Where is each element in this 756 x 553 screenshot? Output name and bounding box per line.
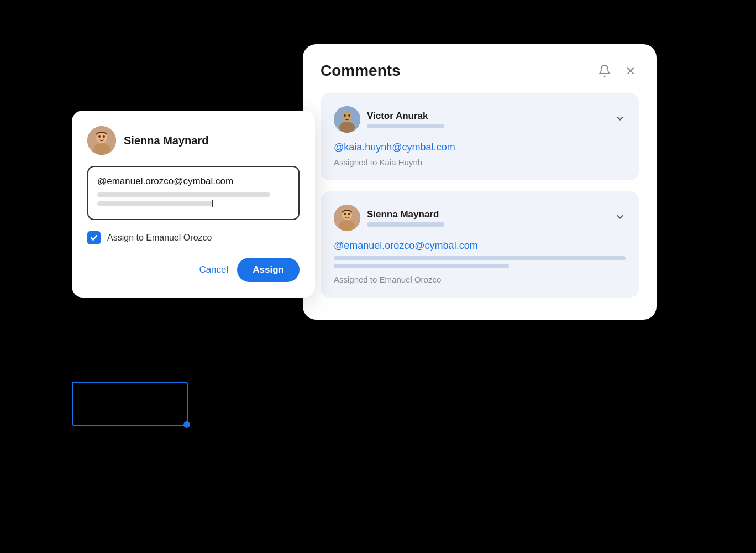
selection-rectangle bbox=[72, 382, 188, 426]
svg-point-16 bbox=[103, 135, 105, 138]
svg-point-15 bbox=[98, 135, 101, 138]
svg-point-3 bbox=[342, 112, 352, 122]
sienna-email-mention: @emanuel.orozco@cymbal.com bbox=[334, 240, 626, 252]
assign-button[interactable]: Assign bbox=[237, 258, 300, 282]
victor-assigned-text: Assigned to Kaia Huynh bbox=[334, 158, 626, 167]
dialog-username: Sienna Maynard bbox=[124, 134, 208, 147]
victor-time-bar bbox=[367, 124, 444, 128]
close-icon bbox=[624, 65, 637, 77]
comment-sienna-row: Sienna Maynard bbox=[334, 205, 626, 231]
comment-card-sienna: Sienna Maynard @emanuel.orozco@cymbal.co… bbox=[321, 191, 639, 298]
svg-point-4 bbox=[339, 122, 355, 133]
comments-header-icons bbox=[596, 62, 639, 80]
sienna-assigned-text: Assigned to Emanuel Orozco bbox=[334, 275, 626, 284]
comment-card-victor: Victor Anurak @kaia.huynh@cymbal.com Ass… bbox=[321, 93, 639, 180]
svg-point-5 bbox=[344, 114, 346, 117]
avatar-victor bbox=[334, 106, 360, 133]
avatar-victor-image bbox=[334, 106, 360, 133]
sienna-time-bar bbox=[367, 222, 444, 227]
comment-user-row: Victor Anurak bbox=[334, 106, 626, 133]
assign-checkbox[interactable] bbox=[87, 231, 101, 244]
avatar-sienna-dialog-image bbox=[87, 126, 116, 155]
dialog-checkbox-row: Assign to Emanuel Orozco bbox=[87, 231, 300, 244]
dialog-input-box[interactable]: @emanuel.orozco@cymbal.com bbox=[87, 166, 300, 220]
selection-handle[interactable] bbox=[183, 421, 190, 428]
chevron-down-icon-victor[interactable] bbox=[615, 113, 626, 127]
svg-point-9 bbox=[339, 220, 355, 231]
svg-point-14 bbox=[93, 143, 110, 155]
victor-username: Victor Anurak bbox=[367, 111, 608, 122]
svg-point-11 bbox=[348, 213, 350, 215]
comments-title: Comments bbox=[321, 62, 401, 80]
sienna-content-bars bbox=[334, 256, 626, 268]
assign-dialog: Sienna Maynard @emanuel.orozco@cymbal.co… bbox=[72, 111, 315, 298]
dialog-input-bar2 bbox=[97, 201, 213, 206]
avatar-sienna-dialog bbox=[87, 126, 116, 155]
svg-point-6 bbox=[348, 114, 350, 117]
comments-panel: Comments bbox=[303, 44, 657, 320]
victor-email-mention: @kaia.huynh@cymbal.com bbox=[334, 142, 626, 153]
sienna-username-comments: Sienna Maynard bbox=[367, 209, 608, 220]
svg-point-10 bbox=[344, 213, 346, 215]
comment-sienna-info: Sienna Maynard bbox=[367, 209, 608, 227]
bell-icon bbox=[598, 64, 611, 77]
avatar-sienna-image bbox=[334, 205, 360, 231]
cancel-button[interactable]: Cancel bbox=[199, 264, 228, 275]
comments-header: Comments bbox=[321, 62, 639, 80]
dialog-input-email: @emanuel.orozco@cymbal.com bbox=[97, 176, 290, 187]
checkbox-label: Assign to Emanuel Orozco bbox=[107, 233, 212, 243]
dialog-user-row: Sienna Maynard bbox=[87, 126, 300, 155]
chevron-down-icon-sienna[interactable] bbox=[615, 211, 626, 225]
bell-icon-button[interactable] bbox=[596, 62, 613, 80]
checkmark-icon bbox=[90, 234, 98, 242]
text-cursor bbox=[212, 200, 213, 207]
avatar-sienna-comments bbox=[334, 205, 360, 231]
close-icon-button[interactable] bbox=[622, 62, 639, 79]
content-bar-2 bbox=[334, 264, 509, 268]
content-bar-1 bbox=[334, 256, 626, 260]
dialog-buttons: Cancel Assign bbox=[87, 258, 300, 282]
dialog-input-bar1 bbox=[97, 192, 270, 197]
comment-victor-info: Victor Anurak bbox=[367, 111, 608, 128]
